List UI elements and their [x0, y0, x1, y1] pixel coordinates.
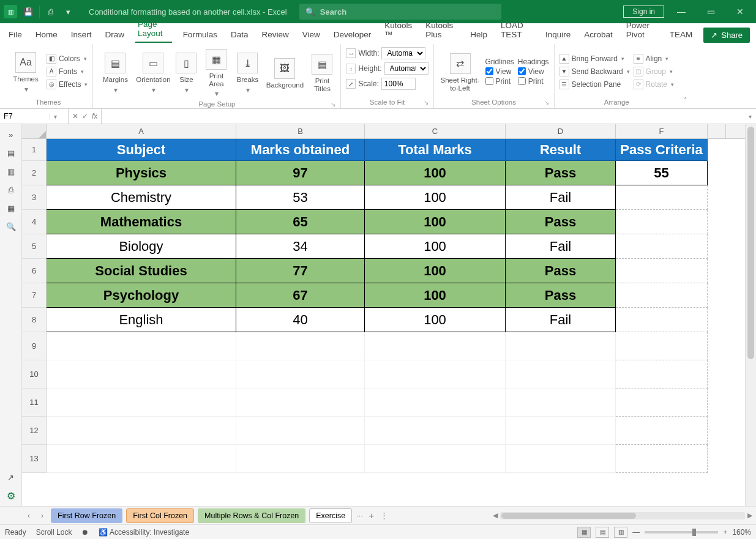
breaks-button[interactable]: ⤓Breaks▾	[234, 50, 261, 94]
cell-marks[interactable]: 67	[236, 283, 365, 308]
size-button[interactable]: ▯Size▾	[174, 50, 198, 94]
cell-marks[interactable]: 65	[236, 210, 365, 234]
side-expand-icon[interactable]: »	[6, 129, 17, 140]
col-header-d[interactable]: D	[506, 124, 616, 138]
sheet-nav-right[interactable]: ›	[36, 511, 49, 520]
collapse-ribbon-button[interactable]: ˄	[679, 44, 692, 108]
zoom-level[interactable]: 160%	[732, 528, 751, 537]
row-header[interactable]: 10	[22, 360, 47, 388]
print-titles-button[interactable]: ▤Print Titles	[309, 51, 335, 92]
group-button[interactable]: ◫Group▾	[634, 66, 674, 77]
tab-formulas[interactable]: Formulas	[181, 26, 220, 43]
add-sheet-button[interactable]: +	[365, 510, 378, 521]
cell-empty[interactable]	[616, 417, 708, 445]
cell-empty[interactable]	[236, 332, 365, 360]
restore-button[interactable]: ▭	[698, 2, 723, 21]
zoom-slider[interactable]	[645, 531, 718, 533]
cell-empty[interactable]	[506, 417, 616, 445]
cell-empty[interactable]	[47, 417, 236, 445]
zoom-slider-handle[interactable]	[692, 529, 696, 536]
cell-empty[interactable]	[236, 445, 365, 473]
header-criteria[interactable]: Pass Criteria	[616, 139, 708, 161]
hscroll-left[interactable]: ◀	[493, 511, 498, 519]
name-box-input[interactable]	[0, 112, 49, 121]
cancel-formula-icon[interactable]: ✕	[72, 112, 78, 121]
zoom-out-button[interactable]: —	[632, 528, 640, 537]
enter-formula-icon[interactable]: ✓	[82, 112, 88, 121]
row-header[interactable]: 8	[22, 308, 47, 332]
cell-empty[interactable]	[365, 360, 506, 388]
cell-empty[interactable]	[616, 388, 708, 417]
side-find-icon[interactable]: 🔍	[6, 221, 17, 232]
cell-total[interactable]: 100	[365, 185, 506, 210]
cell-total[interactable]: 100	[365, 161, 506, 185]
cell-empty[interactable]	[616, 234, 708, 259]
tab-power-pivot[interactable]: Power Pivot	[624, 17, 659, 43]
print-icon[interactable]: ⎙	[45, 6, 57, 18]
header-total[interactable]: Total Marks	[365, 139, 506, 161]
row-header[interactable]: 3	[22, 185, 47, 210]
cell-empty[interactable]	[616, 445, 708, 473]
tab-team[interactable]: TEAM	[667, 26, 695, 43]
sheet-rtl-button[interactable]: ⇄Sheet Right-to-Left	[439, 51, 482, 92]
cell-empty[interactable]	[616, 332, 708, 360]
cell-criteria[interactable]: 55	[616, 161, 708, 185]
headings-view-check[interactable]: View	[518, 67, 549, 76]
formula-input[interactable]	[102, 109, 744, 124]
tab-home[interactable]: Home	[33, 26, 60, 43]
cell-empty[interactable]	[616, 283, 708, 308]
tab-page-layout[interactable]: Page Layout	[135, 16, 172, 43]
side-table-icon[interactable]: ▦	[6, 203, 17, 214]
col-header-b[interactable]: B	[236, 124, 365, 138]
cell-result[interactable]: Pass	[506, 161, 616, 185]
margins-button[interactable]: ▤Margins▾	[98, 50, 132, 94]
page-setup-launcher[interactable]: ↘	[331, 101, 335, 108]
scale-launcher[interactable]: ↘	[424, 99, 429, 106]
cell-empty[interactable]	[47, 388, 236, 417]
cell-empty[interactable]	[236, 360, 365, 388]
cell-total[interactable]: 100	[365, 210, 506, 234]
header-subject[interactable]: Subject	[47, 139, 236, 161]
cell-empty[interactable]	[616, 308, 708, 332]
cell-empty[interactable]	[616, 210, 708, 234]
col-header-extra[interactable]	[708, 124, 726, 138]
height-select[interactable]: Automatic	[384, 62, 429, 75]
cell-marks[interactable]: 40	[236, 308, 365, 332]
width-select[interactable]: Automatic	[381, 47, 425, 59]
side-column-icon[interactable]: ▥	[6, 166, 17, 177]
cell-result[interactable]: Pass	[506, 259, 616, 283]
side-print-icon[interactable]: ⎙	[6, 184, 17, 195]
name-box-dropdown[interactable]: ▾	[49, 113, 61, 120]
bring-forward-button[interactable]: ▲Bring Forward▾	[560, 53, 630, 64]
tab-inquire[interactable]: Inquire	[543, 26, 573, 43]
tab-draw[interactable]: Draw	[103, 26, 127, 43]
scale-input[interactable]	[381, 78, 416, 90]
cell-empty[interactable]	[47, 360, 236, 388]
cell-result[interactable]: Fail	[506, 234, 616, 259]
view-normal-button[interactable]: ▦	[577, 527, 591, 538]
status-accessibility[interactable]: ♿ Accessibility: Investigate	[99, 528, 189, 537]
cell-empty[interactable]	[47, 445, 236, 473]
vertical-scrollbar[interactable]	[745, 124, 756, 506]
col-header-f[interactable]: F	[616, 124, 708, 138]
cell-marks[interactable]: 34	[236, 234, 365, 259]
cell-result[interactable]: Pass	[506, 283, 616, 308]
cell-empty[interactable]	[47, 332, 236, 360]
cell-empty[interactable]	[365, 332, 506, 360]
cell-marks[interactable]: 53	[236, 185, 365, 210]
cell-result[interactable]: Fail	[506, 308, 616, 332]
cell-total[interactable]: 100	[365, 308, 506, 332]
row-header[interactable]: 2	[22, 161, 47, 185]
row-header[interactable]: 4	[22, 210, 47, 234]
fx-icon[interactable]: fx	[92, 112, 97, 121]
cell-empty[interactable]	[616, 259, 708, 283]
select-all-corner[interactable]	[22, 124, 47, 138]
col-header-a[interactable]: A	[47, 124, 236, 138]
share-button[interactable]: ↗ Share	[703, 28, 750, 43]
tab-insert[interactable]: Insert	[69, 26, 94, 43]
header-marks[interactable]: Marks obtained	[236, 139, 365, 161]
sheet-tab-first-col[interactable]: First Col Frozen	[126, 508, 194, 523]
rotate-button[interactable]: ⟳Rotate▾	[634, 79, 674, 90]
cell-empty[interactable]	[506, 360, 616, 388]
cell-subject[interactable]: English	[47, 308, 236, 332]
